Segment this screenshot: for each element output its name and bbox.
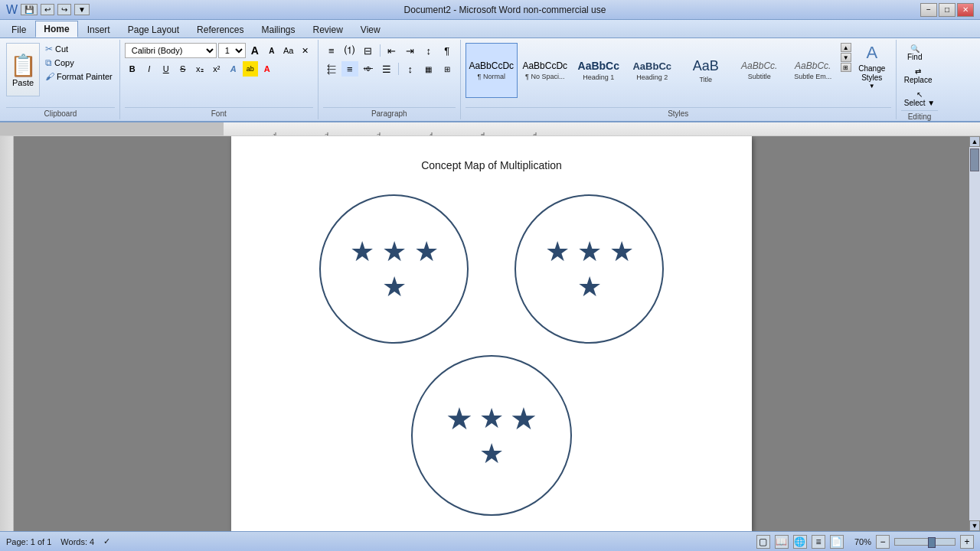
scroll-down-button[interactable]: ▼ (969, 520, 980, 531)
find-button[interactable]: 🔍 Find (901, 43, 929, 63)
style-no-spacing-label: ¶ No Spaci... (525, 73, 564, 80)
clipboard-group: 📋 Paste ✂ Cut ⧉ Copy 🖌 Format Painter Cl… (2, 40, 120, 119)
style-title[interactable]: AaB Title (680, 43, 732, 98)
select-label: Select ▼ (904, 99, 935, 107)
quick-access-save[interactable]: 💾 (21, 4, 38, 15)
minimize-button[interactable]: − (920, 3, 937, 17)
circle-1: ★ ★ ★ ★ (319, 194, 469, 344)
view-outline-button[interactable]: ≡ (812, 535, 825, 549)
decrease-indent-button[interactable]: ⇤ (384, 43, 400, 58)
close-button[interactable]: ✕ (957, 3, 974, 17)
circles-top-row: ★ ★ ★ ★ ★ ★ ★ ★ (319, 194, 664, 344)
svg-text:2: 2 (325, 132, 328, 137)
align-buttons-row: ⬱ ≡ ⬲ ☰ ↕ ▦ ⊞ (323, 61, 456, 77)
vertical-scrollbar[interactable]: ▲ ▼ (969, 136, 980, 531)
quick-access-dropdown[interactable]: ▼ (74, 4, 90, 15)
tab-references[interactable]: References (188, 21, 252, 37)
style-normal[interactable]: AaBbCcDc ¶ Normal (466, 43, 518, 98)
sort-button[interactable]: ↕ (420, 43, 437, 58)
line-spacing-button[interactable]: ↕ (402, 61, 419, 77)
view-normal-button[interactable]: ▢ (756, 535, 770, 549)
style-heading2[interactable]: AaBbCc Heading 2 (626, 43, 678, 98)
tab-view[interactable]: View (352, 21, 389, 37)
font-size-selector[interactable]: 11 (218, 43, 246, 58)
quick-access-undo[interactable]: ↩ (41, 4, 54, 15)
style-heading1-label: Heading 1 (583, 73, 614, 81)
clipboard-content: 📋 Paste ✂ Cut ⧉ Copy 🖌 Format Painter (6, 41, 115, 107)
highlight-button[interactable]: ab (243, 61, 258, 77)
title-bar: W 💾 ↩ ↪ ▼ Document2 - Microsoft Word non… (0, 0, 980, 20)
tab-page-layout[interactable]: Page Layout (119, 21, 188, 37)
styles-scroll-up[interactable]: ▲ (841, 43, 851, 52)
subscript-button[interactable]: x₂ (192, 61, 207, 77)
styles-content: AaBbCcDc ¶ Normal AaBbCcDc ¶ No Spaci...… (466, 41, 891, 107)
borders-button[interactable]: ⊞ (439, 61, 456, 77)
style-no-spacing[interactable]: AaBbCcDc ¶ No Spaci... (519, 43, 571, 98)
justify-button[interactable]: ☰ (378, 61, 395, 77)
underline-button[interactable]: U (158, 61, 174, 77)
page: Concept Map of Multiplication ★ ★ ★ ★ ★ … (231, 136, 752, 531)
align-right-button[interactable]: ⬲ (360, 61, 377, 77)
vertical-ruler (0, 136, 14, 531)
style-heading1[interactable]: AaBbCc Heading 1 (573, 43, 625, 98)
styles-scroll-down[interactable]: ▼ (841, 53, 851, 62)
grow-font-button[interactable]: A (247, 43, 263, 58)
zoom-out-button[interactable]: − (876, 535, 890, 549)
scroll-up-button[interactable]: ▲ (969, 136, 980, 147)
change-case-button[interactable]: Aa (281, 43, 296, 58)
text-effects-button[interactable]: A (226, 61, 241, 77)
style-subtle-em[interactable]: AaBbCc. Subtle Em... (787, 43, 839, 98)
window-controls: − □ ✕ (920, 3, 974, 17)
show-para-button[interactable]: ¶ (439, 43, 456, 58)
view-draft-button[interactable]: 📄 (830, 535, 844, 549)
style-heading2-text: AaBbCc (632, 60, 671, 72)
tab-review[interactable]: Review (304, 21, 351, 37)
quick-access-redo[interactable]: ↪ (57, 4, 71, 15)
document-area[interactable]: Concept Map of Multiplication ★ ★ ★ ★ ★ … (14, 136, 969, 531)
editing-group-label: Editing (901, 110, 938, 121)
zoom-slider[interactable] (894, 538, 956, 546)
clear-format-button[interactable]: ✕ (298, 43, 313, 58)
strikethrough-button[interactable]: S (175, 61, 191, 77)
star-2-3: ★ (609, 238, 634, 266)
zoom-in-button[interactable]: + (960, 535, 974, 549)
align-center-button[interactable]: ≡ (341, 61, 358, 77)
change-styles-button[interactable]: A ChangeStyles ▼ (853, 43, 891, 90)
tab-home[interactable]: Home (35, 21, 77, 37)
increase-indent-button[interactable]: ⇥ (402, 43, 419, 58)
numbering-button[interactable]: ⑴ (341, 43, 358, 58)
tab-mailings[interactable]: Mailings (253, 21, 303, 37)
font-name-selector[interactable]: Calibri (Body) (125, 43, 217, 58)
font-color-button[interactable]: A (260, 61, 275, 77)
style-subtitle[interactable]: AaBbCc. Subtitle (733, 43, 786, 98)
tab-insert[interactable]: Insert (79, 21, 119, 37)
view-reading-button[interactable]: 📖 (775, 535, 789, 549)
zoom-thumb[interactable] (928, 537, 936, 548)
format-painter-button[interactable]: 🖌 Format Painter (43, 70, 115, 83)
italic-button[interactable]: I (142, 61, 157, 77)
tab-file[interactable]: File (3, 21, 34, 37)
multilevel-button[interactable]: ⊟ (360, 43, 377, 58)
bullets-button[interactable]: ≡ (323, 43, 340, 58)
superscript-button[interactable]: x² (209, 61, 224, 77)
select-button[interactable]: ↖ Select ▼ (901, 89, 938, 109)
word-logo-icon: W (6, 3, 18, 17)
cut-button[interactable]: ✂ Cut (43, 43, 115, 55)
star-2-1: ★ (545, 238, 570, 266)
paste-button[interactable]: 📋 Paste (6, 43, 40, 96)
shading-button[interactable]: ▦ (420, 61, 437, 77)
scroll-thumb[interactable] (970, 148, 979, 171)
check-icon: ✓ (103, 536, 110, 546)
styles-scroll-more[interactable]: ⊞ (841, 63, 851, 72)
view-web-button[interactable]: 🌐 (793, 535, 807, 549)
copy-button[interactable]: ⧉ Copy (43, 57, 115, 69)
bold-button[interactable]: B (125, 61, 140, 77)
replace-button[interactable]: ⇄ Replace (901, 66, 936, 86)
align-left-button[interactable]: ⬱ (323, 61, 340, 77)
star-1-4: ★ (382, 273, 407, 301)
status-bar: Page: 1 of 1 Words: 4 ✓ ▢ 📖 🌐 ≡ 📄 70% − … (0, 531, 980, 551)
find-icon: 🔍 (910, 44, 920, 53)
maximize-button[interactable]: □ (939, 3, 956, 17)
shrink-font-button[interactable]: A (264, 43, 279, 58)
styles-group: AaBbCcDc ¶ Normal AaBbCcDc ¶ No Spaci...… (461, 40, 897, 119)
